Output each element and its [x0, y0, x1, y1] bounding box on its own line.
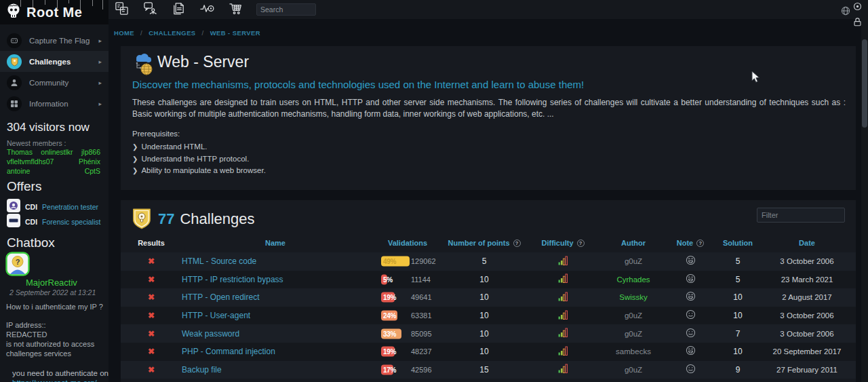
chat-reply-link[interactable]: https://www.root-me.org/	[12, 379, 97, 382]
challenge-link-backup-file[interactable]: Backup file	[182, 365, 222, 375]
sidebar-item-capture-the-flag[interactable]: Capture The Flag▸	[0, 30, 108, 51]
member-link[interactable]: jlp866	[81, 148, 100, 156]
author-link[interactable]: g0uZ	[625, 366, 642, 374]
chat-username-link[interactable]: MajorReactiv	[26, 278, 77, 288]
author-link[interactable]: g0uZ	[625, 257, 642, 265]
column-header-label: Solution	[723, 239, 753, 247]
name-cell: Backup file	[182, 365, 369, 375]
table-header: ResultsNameValidationsNumber of points?D…	[121, 237, 856, 249]
offer-item[interactable]: CDIForensic specialist	[7, 214, 106, 229]
member-link[interactable]: vfleltvmfldhs07	[7, 157, 54, 166]
column-header-note[interactable]: Note?	[663, 239, 717, 247]
chat-message: How to i authenticate my IP ?	[6, 303, 103, 311]
name-cell: HTML - Source code	[182, 256, 369, 266]
offer-contract-label: CDI	[25, 203, 37, 211]
target-dot-icon[interactable]	[853, 1, 862, 14]
grin-icon	[686, 258, 696, 267]
date-cell: 23 March 2021	[758, 275, 856, 284]
challenge-link-php-command-injection[interactable]: PHP - Command injection	[182, 347, 275, 356]
sidebar-item-information[interactable]: Information▸	[0, 93, 108, 114]
author-link[interactable]: g0uZ	[625, 330, 642, 338]
avatar[interactable]: ?	[5, 252, 30, 279]
member-link[interactable]: onlinestlkr	[41, 148, 73, 156]
member-link[interactable]: CptS	[85, 167, 100, 175]
challenge-link-http-user-agent[interactable]: HTTP - User-agent	[182, 311, 250, 320]
validations-cell: 33%85095	[369, 328, 446, 340]
challenge-link-html-source-code[interactable]: HTML - Source code	[182, 256, 256, 266]
lock-icon[interactable]	[853, 17, 862, 30]
offer-item[interactable]: CDIPenetration tester	[7, 199, 106, 214]
challenge-link-http-open-redirect[interactable]: HTTP - Open redirect	[182, 292, 259, 302]
nav-chat-network-button[interactable]	[142, 2, 157, 17]
help-icon[interactable]: ?	[513, 240, 521, 247]
author-link[interactable]: Swissky	[619, 293, 648, 301]
column-header-solution[interactable]: Solution	[717, 239, 758, 247]
date-cell: 20 September 2017	[758, 347, 856, 356]
sidebar-item-challenges[interactable]: Challenges▸	[0, 51, 108, 72]
result-cell: ✖	[121, 275, 182, 284]
challenge-link-http-ip-restriction-bypass[interactable]: HTTP - IP restriction bypass	[182, 275, 283, 284]
challenge-row: ✖Backup file17%4259615g0uZ927 February 2…	[121, 361, 856, 379]
bullet-icon: ❯	[132, 167, 138, 174]
chat-timestamp: 2 September 2022 at 13:21	[9, 288, 96, 297]
member-link[interactable]: Phénix	[79, 157, 100, 166]
chatbox-title: Chatbox	[7, 235, 55, 250]
challenge-row: ✖Weak password33%8509510g0uZ73 October 2…	[121, 324, 856, 343]
breadcrumb-web-server[interactable]: WEB - SERVER	[210, 29, 260, 37]
validations-count: 42596	[411, 366, 432, 374]
column-header-name[interactable]: Name	[182, 239, 369, 247]
nav-activity-target-button[interactable]	[199, 2, 214, 17]
filter-input[interactable]	[757, 208, 845, 223]
logo[interactable]: Root Me	[0, 0, 108, 24]
difficulty-cell	[522, 364, 604, 375]
validation-percent-badge: 49%	[381, 255, 407, 267]
chat-message-lines: IP address::REDACTEDis not authorized to…	[6, 320, 94, 358]
help-icon[interactable]: ?	[577, 240, 585, 247]
points-cell: 10	[446, 292, 522, 302]
author-link[interactable]: Cyrhades	[616, 275, 650, 284]
nav-map-button[interactable]	[114, 2, 129, 17]
breadcrumb-challenges[interactable]: CHALLENGES	[149, 29, 195, 37]
percent-label: 5%	[383, 275, 393, 283]
chevron-right-icon: ▸	[98, 37, 102, 44]
sidebar-item-community[interactable]: Community▸	[0, 72, 108, 93]
points-cell: 5	[446, 256, 522, 266]
validations-count: 129062	[411, 257, 436, 265]
result-cell: ✖	[121, 329, 182, 339]
column-header-number-of-points[interactable]: Number of points?	[446, 239, 522, 247]
author-link[interactable]: sambecks	[616, 347, 651, 356]
member-link[interactable]: antoine	[7, 167, 30, 175]
solution-cell: 10	[717, 311, 758, 320]
breadcrumb-home[interactable]: HOME	[114, 29, 134, 37]
topbar-nav	[108, 2, 243, 17]
column-header-validations[interactable]: Validations	[369, 239, 446, 247]
prerequisites-label: Prerequisites:	[132, 130, 180, 138]
challenge-link-weak-password[interactable]: Weak password	[182, 329, 239, 339]
solution-cell: 7	[717, 329, 758, 339]
author-link[interactable]: g0uZ	[625, 311, 642, 320]
offer-link-penetration-tester[interactable]: Penetration tester	[42, 203, 98, 211]
scrollbar-thumb[interactable]	[862, 39, 867, 128]
language-globe-icon[interactable]	[841, 6, 850, 18]
column-header-author[interactable]: Author	[604, 239, 663, 247]
date-cell: 3 October 2006	[758, 330, 856, 338]
offer-link-forensic-specialist[interactable]: Forensic specialist	[42, 218, 100, 226]
scrollbar-track[interactable]	[861, 0, 868, 382]
column-header-date[interactable]: Date	[758, 239, 856, 247]
validations-count: 11144	[411, 275, 431, 284]
smile-icon	[686, 366, 696, 376]
column-header-difficulty[interactable]: Difficulty?	[522, 239, 604, 247]
page-description: These challenges are designed to train u…	[132, 97, 846, 119]
search-input[interactable]	[256, 3, 316, 16]
sidebar-menu: Capture The Flag▸Challenges▸Community▸In…	[0, 30, 108, 114]
help-icon[interactable]: ?	[696, 240, 704, 247]
nav-cart-button[interactable]	[228, 2, 243, 17]
member-link[interactable]: Thomas	[7, 148, 33, 156]
column-header-results[interactable]: Results	[121, 239, 182, 247]
smile-icon	[686, 312, 696, 322]
nav-documents-button[interactable]	[171, 2, 186, 17]
difficulty-icon	[558, 366, 568, 375]
svg-text:?: ?	[16, 258, 20, 266]
offers-list: CDIPenetration testerCDIForensic special…	[7, 199, 106, 229]
percent-label: 17%	[383, 366, 396, 373]
